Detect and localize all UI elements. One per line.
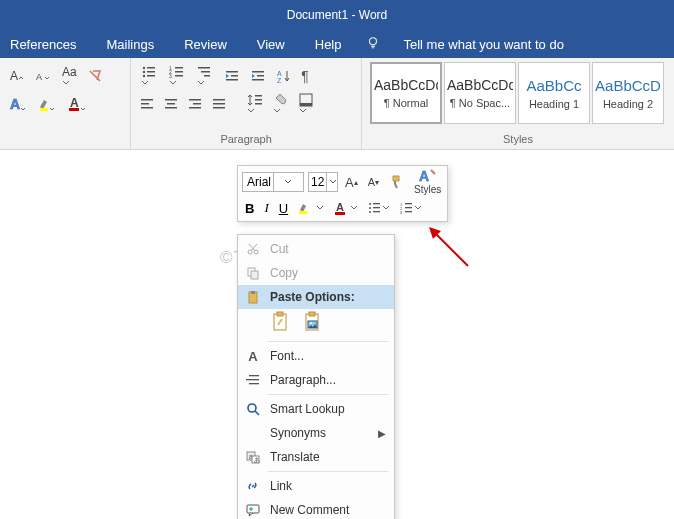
blank-icon <box>244 425 262 441</box>
cm-copy[interactable]: Copy <box>238 261 394 285</box>
sort-icon[interactable]: AZ <box>275 67 293 85</box>
mini-bullets-icon[interactable] <box>365 200 393 216</box>
change-case-icon[interactable]: Aa <box>60 63 79 89</box>
svg-rect-42 <box>255 95 262 97</box>
mini-numbering-icon[interactable]: 123 <box>397 200 425 216</box>
cm-label: New Comment <box>270 503 386 517</box>
svg-rect-23 <box>231 75 238 77</box>
svg-rect-46 <box>300 103 312 106</box>
font-color-icon[interactable]: A <box>66 94 90 114</box>
increase-font-icon[interactable]: A <box>34 66 54 86</box>
svg-rect-31 <box>141 103 149 105</box>
increase-indent-icon[interactable] <box>249 67 269 85</box>
highlight-icon[interactable] <box>36 94 60 114</box>
svg-rect-6 <box>69 108 79 111</box>
cm-paragraph[interactable]: Paragraph... <box>238 368 394 392</box>
mini-underline-button[interactable]: U <box>276 199 291 218</box>
svg-point-9 <box>143 71 145 73</box>
svg-rect-62 <box>405 211 412 212</box>
cm-label: Paragraph... <box>270 373 386 387</box>
decrease-indent-icon[interactable] <box>223 67 243 85</box>
svg-text:A: A <box>419 169 429 183</box>
borders-icon[interactable] <box>297 91 315 117</box>
style-tile-normal[interactable]: AaBbCcDd ¶ Normal <box>370 62 442 124</box>
cm-smart-lookup[interactable]: Smart Lookup <box>238 397 394 421</box>
show-hide-marks-icon[interactable]: ¶ <box>299 66 311 86</box>
submenu-arrow-icon: ▶ <box>378 428 386 439</box>
svg-rect-16 <box>175 71 183 73</box>
scissors-icon <box>244 241 262 257</box>
mini-bold-button[interactable]: B <box>242 199 257 218</box>
shading-icon[interactable] <box>271 91 291 117</box>
numbering-icon[interactable]: 123 <box>167 63 189 89</box>
tab-help[interactable]: Help <box>309 33 348 56</box>
text-effects-icon[interactable]: A <box>8 94 30 114</box>
title-bar: Document1 - Word <box>0 0 674 30</box>
translate-icon: aあ <box>244 449 262 465</box>
svg-rect-48 <box>299 211 307 214</box>
mini-format-painter-icon[interactable] <box>386 172 408 192</box>
svg-text:A: A <box>36 72 42 82</box>
ribbon-section-paragraph: 123 AZ ¶ Paragraph <box>131 58 362 149</box>
style-tile-heading1[interactable]: AaBbCc Heading 1 <box>518 62 590 124</box>
mini-font-combo[interactable]: Arial <box>242 172 304 192</box>
mini-font-value: Arial <box>243 175 273 189</box>
multilevel-list-icon[interactable] <box>195 63 217 89</box>
mini-grow-font-icon[interactable]: A▴ <box>342 173 361 192</box>
align-right-icon[interactable] <box>187 96 205 112</box>
tell-me-search[interactable]: Tell me what you want to do <box>398 33 570 56</box>
tab-references[interactable]: References <box>4 33 82 56</box>
font-a-icon: A <box>244 348 262 364</box>
cm-cut[interactable]: Cut <box>238 237 394 261</box>
svg-rect-25 <box>252 71 264 73</box>
svg-point-53 <box>369 207 371 209</box>
style-name: ¶ No Spac... <box>447 97 513 109</box>
cm-link[interactable]: Link <box>238 474 394 498</box>
style-preview: AaBbCcDd <box>374 77 438 93</box>
tab-view[interactable]: View <box>251 33 291 56</box>
align-center-icon[interactable] <box>163 96 181 112</box>
justify-icon[interactable] <box>211 96 229 112</box>
chevron-down-icon[interactable] <box>273 173 304 191</box>
align-left-icon[interactable] <box>139 96 157 112</box>
menu-bar: References Mailings Review View Help Tel… <box>0 30 674 58</box>
mini-size-combo[interactable]: 12 <box>308 172 338 192</box>
svg-rect-27 <box>252 79 264 81</box>
chevron-down-icon[interactable] <box>326 173 339 191</box>
style-preview: AaBbCcDd <box>447 77 513 93</box>
svg-point-7 <box>143 67 145 69</box>
cm-font[interactable]: A Font... <box>238 344 394 368</box>
svg-rect-21 <box>204 75 210 77</box>
cm-paste-options[interactable]: Paste Options: <box>238 285 394 309</box>
tab-mailings[interactable]: Mailings <box>100 33 160 56</box>
svg-rect-36 <box>189 99 201 101</box>
line-spacing-icon[interactable] <box>245 91 265 117</box>
tab-review[interactable]: Review <box>178 33 233 56</box>
cm-new-comment[interactable]: New Comment <box>238 498 394 519</box>
svg-rect-40 <box>213 103 225 105</box>
svg-rect-33 <box>165 99 177 101</box>
mini-font-color-icon[interactable]: A <box>331 199 361 217</box>
mini-highlight-icon[interactable] <box>295 199 327 217</box>
cm-separator <box>268 394 388 395</box>
decrease-font-icon[interactable]: A <box>8 66 28 86</box>
mini-italic-button[interactable]: I <box>261 198 271 218</box>
cm-translate[interactable]: aあ Translate <box>238 445 394 469</box>
paste-picture-icon[interactable] <box>302 311 324 333</box>
style-name: Heading 2 <box>595 98 661 110</box>
svg-rect-75 <box>249 375 259 376</box>
link-icon <box>244 478 262 494</box>
svg-point-11 <box>143 75 145 77</box>
style-tile-nospacing[interactable]: AaBbCcDd ¶ No Spac... <box>444 62 516 124</box>
styles-gallery[interactable]: AaBbCcDd ¶ Normal AaBbCcDd ¶ No Spac... … <box>370 62 666 124</box>
style-name: Heading 1 <box>521 98 587 110</box>
svg-line-84 <box>435 233 468 266</box>
mini-styles-button[interactable]: A Styles <box>412 169 443 195</box>
bullets-icon[interactable] <box>139 63 161 89</box>
style-preview: AaBbCcD <box>595 77 661 94</box>
paste-keep-source-icon[interactable] <box>270 311 292 333</box>
clear-formatting-icon[interactable] <box>85 66 105 86</box>
style-tile-heading2[interactable]: AaBbCcD Heading 2 <box>592 62 664 124</box>
cm-synonyms[interactable]: Synonyms ▶ <box>238 421 394 445</box>
mini-shrink-font-icon[interactable]: A▾ <box>365 174 382 190</box>
